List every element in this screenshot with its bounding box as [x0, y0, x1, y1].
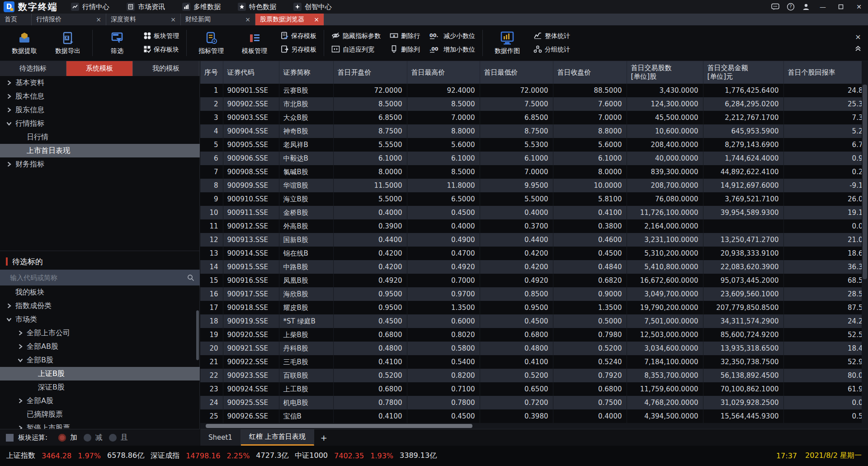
chevron-right-icon[interactable]: [18, 398, 23, 404]
toolbar-button-整体统计[interactable]: 整体统计: [533, 32, 570, 41]
column-header-首日收盘价[interactable]: 首日收盘价: [553, 61, 627, 84]
toolbar-button-数据作图[interactable]: 数据作图: [486, 31, 529, 55]
column-header-序号[interactable]: 序号: [200, 61, 223, 84]
table-row[interactable]: 25900926.SSE宝信B0.41000.45000.39800.40004…: [200, 409, 868, 423]
table-row[interactable]: 12900913.SSE国新B股0.44000.49000.44000.4600…: [200, 233, 868, 247]
table-row[interactable]: 10900911.SSE金桥B股0.40000.45000.40000.4100…: [200, 206, 868, 219]
tab-close-icon[interactable]: ×: [96, 16, 101, 23]
table-row[interactable]: 22900923.SSE百联B股0.52000.82000.52000.7920…: [200, 369, 868, 382]
toolbar-button-保存模板[interactable]: 保存模板: [281, 32, 316, 41]
target-市场类[interactable]: 市场类: [0, 313, 200, 326]
indicator-股本信息[interactable]: 股本信息: [0, 90, 200, 103]
tab-close-icon[interactable]: ×: [314, 16, 319, 23]
toolbar-button-隐藏指标参数[interactable]: 隐藏指标参数: [331, 32, 381, 41]
table-row[interactable]: 17900918.SSE耀皮B股0.95001.35000.95001.3500…: [200, 301, 868, 314]
toolbar-button-删除行[interactable]: x删除行: [390, 32, 420, 41]
doc-tab-深度资料[interactable]: 深度资料×: [106, 14, 181, 25]
menu-item-special-data[interactable]: 特色数据: [231, 0, 283, 14]
indicator-行情指标[interactable]: 行情指标: [0, 117, 200, 130]
chevron-down-icon[interactable]: [6, 317, 12, 322]
table-row[interactable]: 7900908.SSE氯碱B股8.00008.50007.00008.00008…: [200, 165, 868, 179]
column-header-首日开盘价[interactable]: 首日开盘价: [333, 61, 407, 84]
column-header-证券代码[interactable]: 证券代码: [223, 61, 279, 84]
chevron-right-icon[interactable]: [6, 303, 12, 309]
target-全部B股[interactable]: 全部B股: [0, 353, 200, 367]
menu-item-ai-center[interactable]: 创智中心: [287, 0, 339, 14]
target-tree-scrollbar[interactable]: [196, 310, 199, 360]
table-row[interactable]: 19900920.SSE上柴B股0.68000.80200.68000.7980…: [200, 328, 868, 342]
toolbar-button-数据导出[interactable]: X数据导出: [46, 31, 90, 55]
table-row[interactable]: 23900924.SSE上工B股0.68000.71000.65000.6800…: [200, 382, 868, 396]
table-row[interactable]: 11900912.SSE外高B股0.39000.40000.37000.3800…: [200, 219, 868, 233]
add-sheet-button[interactable]: +: [314, 429, 334, 446]
sheet-tab-Sheet1[interactable]: Sheet1: [200, 429, 241, 446]
panel-close-button[interactable]: ×: [855, 33, 861, 41]
messages-button[interactable]: [768, 0, 783, 14]
table-row[interactable]: 4900904.SSE神奇B股8.75008.80008.75008.80001…: [200, 124, 868, 138]
doc-tab-财经新闻[interactable]: 财经新闻×: [181, 14, 255, 25]
chevron-down-icon[interactable]: [18, 357, 23, 363]
column-header-证券简称[interactable]: 证券简称: [279, 61, 333, 84]
table-row[interactable]: 16900917.SSE海欣B股0.95000.97000.85000.9000…: [200, 287, 868, 301]
user-button[interactable]: [798, 0, 814, 14]
tab-close-icon[interactable]: ×: [170, 16, 176, 23]
vertical-scrollbar-thumb[interactable]: [863, 85, 867, 279]
block-ops-checkbox[interactable]: [6, 434, 14, 442]
table-row[interactable]: 6900906.SSE中毅达B6.10006.10006.10006.10004…: [200, 152, 868, 165]
toolbar-button-增加小数位[interactable]: .00增加小数位: [429, 45, 475, 54]
target-全部A股[interactable]: 全部A股: [0, 394, 200, 408]
horizontal-scrollbar[interactable]: [200, 423, 862, 429]
table-row[interactable]: 20900921.SSE丹科B股0.48000.58000.48000.5200…: [200, 342, 868, 355]
toolbar-button-另存模板[interactable]: 另存模板: [281, 45, 316, 54]
doc-tab-行情报价[interactable]: 行情报价×: [32, 14, 106, 25]
table-row[interactable]: 9900910.SSE海立B股5.50006.50005.50005.81007…: [200, 192, 868, 206]
toolbar-button-减少小数位[interactable]: 00.减少小数位: [429, 32, 475, 41]
toolbar-button-数据提取[interactable]: 数据提取: [3, 31, 46, 55]
panel-tab-我的模板[interactable]: 我的模板: [133, 61, 199, 76]
close-button[interactable]: ✕: [850, 0, 868, 14]
table-row[interactable]: 21900922.SSE三毛B股0.41000.54000.41000.5240…: [200, 355, 868, 369]
panel-tab-系统模板[interactable]: 系统模板: [66, 61, 133, 76]
table-row[interactable]: 5900905.SSE老凤祥B5.55005.60005.53005.60002…: [200, 138, 868, 152]
toolbar-button-保存板块[interactable]: 保存板块: [143, 45, 179, 54]
table-row[interactable]: 3900903.SSE大众B股6.85007.00006.85007.00004…: [200, 111, 868, 124]
chevron-right-icon[interactable]: [6, 80, 12, 86]
block-op-radio-减[interactable]: 减: [84, 433, 103, 442]
doc-tab-股票数据浏览器[interactable]: 股票数据浏览器×: [255, 14, 324, 25]
horizontal-scrollbar-thumb[interactable]: [206, 424, 472, 428]
search-icon[interactable]: [182, 274, 200, 281]
sheet-tab-红檀 上市首日表现[interactable]: 红檀 上市首日表现: [241, 429, 314, 446]
column-header-首日最高价[interactable]: 首日最高价: [407, 61, 480, 84]
doc-tab-首页[interactable]: 首页: [0, 14, 32, 25]
chevron-down-icon[interactable]: [6, 121, 12, 126]
column-header-首日最低价[interactable]: 首日最低价: [480, 61, 553, 84]
block-op-radio-加[interactable]: 加: [58, 433, 77, 442]
toolbar-button-板块管理[interactable]: 板块管理: [143, 32, 179, 41]
column-header-首日交易股数[interactable]: 首日交易股数[单位]股: [627, 61, 703, 84]
tab-close-icon[interactable]: ×: [245, 16, 250, 23]
chevron-right-icon[interactable]: [18, 344, 23, 349]
toolbar-button-模板管理[interactable]: 模板管理: [233, 31, 276, 55]
toolbar-button-分组统计[interactable]: 分组统计: [533, 45, 570, 54]
table-row[interactable]: 2900902.SSE市北B股8.50008.50007.50007.60001…: [200, 97, 868, 111]
table-row[interactable]: 14900915.SSE中路B股0.42000.49200.42000.4840…: [200, 260, 868, 274]
toolbar-button-筛选[interactable]: 筛选: [95, 31, 139, 55]
target-我的板块[interactable]: 我的板块: [0, 285, 200, 299]
target-上证B股[interactable]: 上证B股: [0, 367, 200, 380]
indicator-日行情[interactable]: 日行情: [0, 130, 200, 144]
table-row[interactable]: 8900909.SSE华谊B股11.500011.80009.950010.00…: [200, 179, 868, 192]
table-row[interactable]: 24900925.SSE机电B股0.78000.78000.72000.7500…: [200, 396, 868, 409]
indicator-股东信息[interactable]: 股东信息: [0, 103, 200, 117]
table-row[interactable]: 18900919.SSE*ST 绿庭B0.45000.60000.45000.5…: [200, 314, 868, 328]
panel-collapse-button[interactable]: [854, 45, 862, 54]
indicator-基本资料[interactable]: 基本资料: [0, 76, 200, 90]
toolbar-button-指标管理[interactable]: 指标管理: [189, 31, 233, 55]
chevron-right-icon[interactable]: [6, 94, 12, 99]
search-input[interactable]: [0, 274, 182, 282]
table-row[interactable]: 13900914.SSE锦在线B0.42000.47000.42000.4500…: [200, 247, 868, 260]
indicator-上市首日表现[interactable]: 上市首日表现: [0, 144, 200, 157]
vertical-scrollbar[interactable]: [862, 61, 868, 429]
chevron-right-icon[interactable]: [6, 162, 12, 167]
column-header-首日个股回报率[interactable]: 首日个股回报率: [783, 61, 868, 84]
target-深证B股[interactable]: 深证B股: [0, 380, 200, 394]
